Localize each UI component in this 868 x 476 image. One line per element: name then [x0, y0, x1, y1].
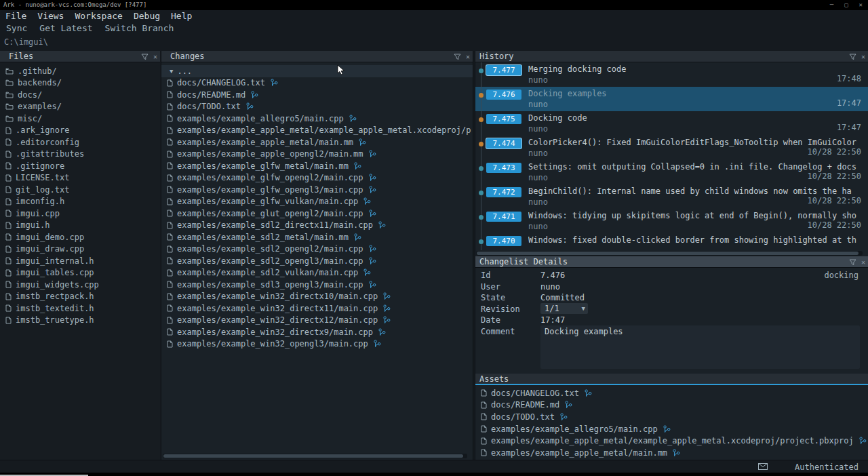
maximize-button[interactable]: ▢ [844, 0, 848, 10]
file-tree-item[interactable]: imgui_demo.cpp [0, 231, 160, 243]
changed-file-row[interactable]: examples/example_win32_directx12/main.cp… [161, 315, 473, 327]
revision-dropdown[interactable]: 1/1 ▼ [540, 303, 588, 314]
file-tree-item[interactable]: .github/ [0, 65, 160, 77]
changed-file-row[interactable]: examples/example_glfw_opengl3/main.cpp [161, 184, 473, 196]
file-tree-item[interactable]: imstb_rectpack.h [0, 291, 160, 303]
changed-file-row[interactable]: docs/README.md [161, 89, 473, 101]
changed-file-row[interactable]: examples/example_sdl2_opengl3/main.cpp [161, 255, 473, 267]
changed-file-row[interactable]: examples/example_glut_opengl2/main.cpp [161, 207, 473, 220]
file-tree-item[interactable]: imstb_textedit.h [0, 302, 160, 315]
file-name: imgui_widgets.cpp [16, 280, 99, 290]
changed-file-row[interactable]: docs/TODO.txt [161, 101, 473, 113]
history-item[interactable]: 7.476 Docking examples nuno 17:47 [475, 87, 868, 111]
toolbar-button-sync[interactable]: Sync [0, 22, 33, 35]
scrollbar-thumb[interactable] [477, 252, 859, 255]
menu-item-file[interactable]: File [0, 10, 32, 22]
changed-file-path: examples/example_win32_directx9/main.cpp [177, 328, 373, 337]
file-icon [167, 151, 173, 158]
toolbar-button-get-latest[interactable]: Get Latest [33, 22, 98, 35]
asset-row[interactable]: examples/example_allegro5/main.cpp [475, 423, 868, 435]
asset-row[interactable]: examples/example_apple_metal/example_app… [475, 435, 868, 447]
history-horizontal-scrollbar[interactable] [476, 251, 863, 256]
file-tree-item[interactable]: imgui.h [0, 220, 160, 232]
file-tree-item[interactable]: imstb_truetype.h [0, 315, 160, 327]
close-icon[interactable]: ✕ [861, 256, 865, 268]
changed-file-row[interactable]: examples/example_sdl3_opengl3/main.cpp [161, 279, 473, 291]
changed-file-row[interactable]: examples/example_glfw_vulkan/main.cpp [161, 196, 473, 208]
changes-horizontal-scrollbar[interactable] [163, 454, 467, 458]
changes-root-row[interactable]: ▼ ... [161, 65, 473, 77]
mail-icon[interactable] [758, 462, 768, 472]
asset-row[interactable]: docs/CHANGELOG.txt [475, 387, 868, 399]
timeline-dot-icon [479, 68, 484, 73]
files-panel: Files ✕ .github/ backends/ docs/ example… [0, 51, 160, 460]
close-icon[interactable]: ✕ [861, 51, 865, 62]
file-icon [5, 198, 12, 205]
close-button[interactable]: ✕ [859, 0, 863, 10]
changed-file-row[interactable]: examples/example_allegro5/main.cpp [161, 113, 473, 125]
collapse-triangle-icon[interactable]: ▼ [170, 68, 173, 75]
toolbar-button-switch-branch[interactable]: Switch Branch [99, 22, 180, 35]
changed-file-row[interactable]: docs/CHANGELOG.txt [161, 77, 473, 90]
changed-file-row[interactable]: examples/example_win32_directx9/main.cpp [161, 326, 473, 338]
changes-panel: Changes ✕ ▼ ... docs/CHANGELOG.txt docs/… [161, 51, 473, 460]
menu-item-debug[interactable]: Debug [128, 10, 165, 22]
asset-row[interactable]: examples/example_apple_metal/main.mm [475, 447, 868, 459]
file-tree-item[interactable]: backends/ [0, 77, 160, 90]
changed-file-row[interactable]: examples/example_win32_directx10/main.cp… [161, 291, 473, 303]
file-tree-item[interactable]: imgui_internal.h [0, 255, 160, 267]
asset-row[interactable]: docs/README.md [475, 399, 868, 412]
comment-textarea[interactable]: Docking examples [540, 325, 860, 369]
changed-file-path: examples/example_sdl2_opengl2/main.cpp [177, 244, 363, 254]
bottom-strip [0, 473, 868, 476]
file-tree-item[interactable]: LICENSE.txt [0, 172, 160, 184]
file-tree-item[interactable]: examples/ [0, 101, 160, 113]
file-tree-item[interactable]: .editorconfig [0, 136, 160, 148]
changed-file-row[interactable]: examples/example_sdl2_metal/main.mm [161, 231, 473, 243]
changed-file-row[interactable]: examples/example_win32_opengl3/main.cpp [161, 338, 473, 351]
file-tree-item[interactable]: imgui_draw.cpp [0, 243, 160, 256]
changed-file-row[interactable]: examples/example_apple_metal/main.mm [161, 136, 473, 148]
file-tree-item[interactable]: imgui_widgets.cpp [0, 279, 160, 291]
file-tree-item[interactable]: git_log.txt [0, 184, 160, 196]
history-item[interactable]: 7.470 Windows: fixed double-clicked bord… [475, 233, 868, 250]
history-item[interactable]: 7.473 Settings: omit outputing Collapsed… [475, 160, 868, 184]
file-tree-item[interactable]: imgui.cpp [0, 207, 160, 220]
history-item[interactable]: 7.475 Docking code nuno 17:47 [475, 111, 868, 136]
history-item[interactable]: 7.477 Merging docking code nuno 17:48 [475, 62, 868, 87]
file-tree-item[interactable]: docs/ [0, 89, 160, 101]
changes-root-label: ... [177, 66, 192, 76]
history-item[interactable]: 7.471 Windows: tidying up skipitems logi… [475, 209, 868, 233]
filter-icon[interactable] [141, 54, 149, 60]
changed-file-row[interactable]: examples/example_win32_directx11/main.cp… [161, 302, 473, 315]
scrollbar-thumb[interactable] [163, 454, 463, 458]
menu-item-views[interactable]: Views [32, 10, 69, 22]
filter-icon[interactable] [849, 54, 856, 60]
changed-file-row[interactable]: examples/example_sdl2_vulkan/main.cpp [161, 267, 473, 279]
file-tree-item[interactable]: .gitignore [0, 160, 160, 172]
changed-file-row[interactable]: examples/example_apple_metal/example_app… [161, 125, 473, 137]
file-tree-item[interactable]: imconfig.h [0, 196, 160, 208]
changeset-author: nuno [528, 197, 548, 207]
file-icon [5, 233, 12, 241]
file-tree-item[interactable]: imgui_tables.cpp [0, 267, 160, 279]
asset-row[interactable]: docs/TODO.txt [475, 411, 868, 423]
changed-file-row[interactable]: examples/example_glfw_opengl2/main.cpp [161, 172, 473, 184]
close-icon[interactable]: ✕ [466, 51, 470, 62]
changed-file-row[interactable]: examples/example_apple_opengl2/main.mm [161, 148, 473, 161]
file-tree-item[interactable]: misc/ [0, 113, 160, 125]
menu-item-workspace[interactable]: Workspace [69, 10, 127, 22]
minimize-button[interactable]: ─ [830, 0, 833, 10]
history-item[interactable]: 7.474 ColorPicker4(): Fixed ImGuiColorEd… [475, 136, 868, 160]
history-item[interactable]: 7.472 BeginChild(): Internal name used b… [475, 184, 868, 209]
file-tree-item[interactable]: .gitattributes [0, 148, 160, 161]
changed-file-row[interactable]: examples/example_sdl2_opengl2/main.cpp [161, 243, 473, 256]
menu-item-help[interactable]: Help [165, 10, 197, 22]
changed-file-row[interactable]: examples/example_glfw_metal/main.mm [161, 160, 473, 172]
file-tree-item[interactable]: .ark_ignore [0, 125, 160, 137]
changed-file-row[interactable]: examples/example_sdl2_directx11/main.cpp [161, 220, 473, 232]
filter-icon[interactable] [454, 54, 461, 60]
close-icon[interactable]: ✕ [153, 51, 157, 62]
filter-icon[interactable] [849, 259, 856, 266]
changeset-author: nuno [528, 173, 548, 182]
